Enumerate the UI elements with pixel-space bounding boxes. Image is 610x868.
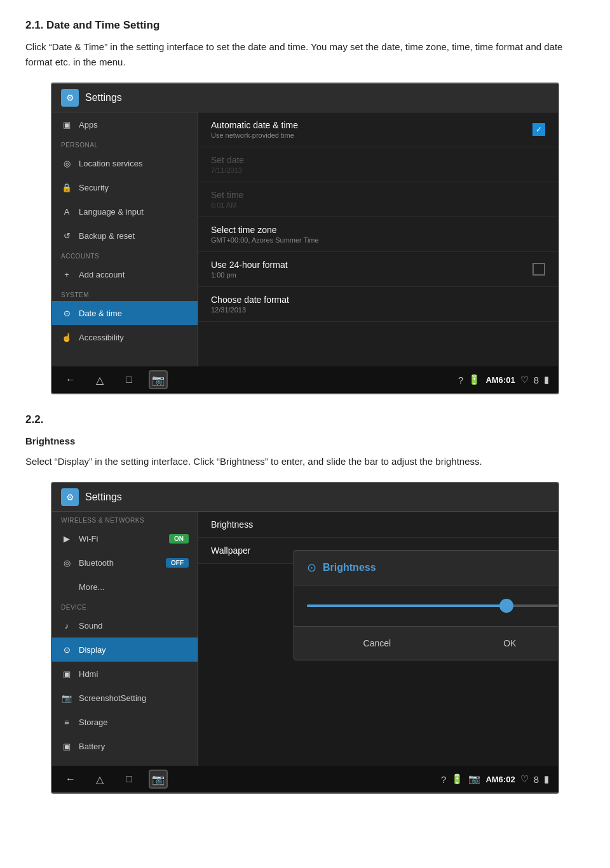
datetime-icon: ⊙ bbox=[61, 307, 72, 319]
apps-icon: ▣ bbox=[61, 119, 72, 130]
android-screen-2: ⚙ Settings WIRELESS & NETWORKS ▶ Wi-Fi O… bbox=[51, 482, 559, 794]
settings-title-2: Settings bbox=[85, 491, 122, 503]
language-icon: A bbox=[61, 206, 72, 217]
brightness-cancel-button[interactable]: Cancel bbox=[344, 634, 410, 652]
nav-bar-1: ← △ □ 📷 bbox=[61, 370, 168, 389]
section-2-2: 2.2. Brightness Select “Display” in the … bbox=[25, 413, 585, 794]
storage-icon: ≡ bbox=[61, 716, 72, 728]
display-icon: ⊙ bbox=[61, 644, 72, 655]
section-title-2: Brightness bbox=[25, 436, 75, 446]
sidebar-section-device: DEVICE bbox=[52, 599, 198, 613]
status-time-1: AM6:01 bbox=[485, 375, 515, 385]
nav-bar-2: ← △ □ 📷 bbox=[61, 770, 168, 789]
brightness-dialog-icon: ⊙ bbox=[307, 561, 316, 575]
security-icon: 🔒 bbox=[61, 182, 72, 193]
brightness-ok-button[interactable]: OK bbox=[484, 634, 535, 652]
sidebar-item-accessibility[interactable]: ☝ Accessibility bbox=[52, 325, 198, 349]
brightness-dialog-title: Brightness bbox=[323, 562, 376, 573]
brightness-dialog-buttons: Cancel OK bbox=[294, 626, 559, 660]
section-2-para: Select “Display” in the setting interfac… bbox=[25, 454, 585, 469]
camera-icon-2[interactable]: 📷 bbox=[149, 770, 168, 789]
add-account-icon: + bbox=[61, 269, 72, 280]
settings-sidebar-2: WIRELESS & NETWORKS ▶ Wi-Fi ON ◎ Bluetoo… bbox=[52, 512, 198, 766]
home-icon-2[interactable]: △ bbox=[90, 770, 109, 789]
backup-icon: ↺ bbox=[61, 230, 72, 241]
sidebar-item-add-account[interactable]: + Add account bbox=[52, 262, 198, 286]
back-icon-2[interactable]: ← bbox=[61, 770, 80, 789]
location-icon: ◎ bbox=[61, 157, 72, 169]
sidebar-item-location[interactable]: ◎ Location services bbox=[52, 151, 198, 175]
status-bar-2: ? 🔋 📷 AM6:02 ♡ 8 ▮ bbox=[441, 773, 549, 785]
settings-main-2-wrapper: Brightness Wallpaper ⊙ Brightness bbox=[198, 512, 558, 766]
settings-header-2: ⚙ Settings bbox=[52, 483, 558, 512]
sidebar-item-storage[interactable]: ≡ Storage bbox=[52, 710, 198, 734]
sidebar-item-backup[interactable]: ↺ Backup & reset bbox=[52, 224, 198, 248]
bt-badge: OFF bbox=[166, 558, 189, 568]
bottom-bar-1: ← △ □ 📷 ? 🔋 AM6:01 ♡ 8 ▮ bbox=[52, 366, 558, 393]
sidebar-item-date-time[interactable]: ⊙ Date & time bbox=[52, 301, 198, 325]
battery-icon: ▣ bbox=[61, 740, 72, 752]
section-2-1: 2.1. Date and Time Setting Click “Date &… bbox=[25, 19, 585, 394]
24hour-checkbox[interactable] bbox=[532, 263, 545, 276]
recent-icon[interactable]: □ bbox=[119, 370, 139, 389]
settings-title-1: Settings bbox=[85, 92, 122, 103]
auto-date-checkbox[interactable]: ✓ bbox=[532, 123, 545, 136]
settings-main-1: Automatic date & time Use network-provid… bbox=[198, 112, 558, 366]
settings-body-1: ▣ Apps PERSONAL ◎ Location services 🔒 Se… bbox=[52, 112, 558, 366]
settings-icon-1: ⚙ bbox=[61, 89, 79, 107]
settings-main-2: Brightness Wallpaper ⊙ Brightness bbox=[198, 512, 558, 564]
settings-icon-2: ⚙ bbox=[61, 488, 79, 506]
status-time-2: AM6:02 bbox=[485, 775, 515, 784]
bluetooth-icon: ◎ bbox=[61, 557, 72, 568]
android-screen-1: ⚙ Settings ▣ Apps PERSONAL ◎ Location se… bbox=[51, 83, 559, 394]
recent-icon-2[interactable]: □ bbox=[119, 770, 139, 789]
status-bar-1: ? 🔋 AM6:01 ♡ 8 ▮ bbox=[458, 374, 549, 385]
brightness-slider-track[interactable] bbox=[307, 604, 559, 607]
sidebar-item-security[interactable]: 🔒 Security bbox=[52, 175, 198, 199]
sidebar-item-screenshot[interactable]: 📷 ScreenshotSetting bbox=[52, 686, 198, 710]
row-24hour[interactable]: Use 24-hour format 1:00 pm bbox=[198, 252, 558, 287]
section-1-para: Click “Date & Time” in the setting inter… bbox=[25, 39, 585, 70]
sidebar-section-personal: PERSONAL bbox=[52, 137, 198, 151]
brightness-slider-container[interactable] bbox=[294, 585, 559, 626]
brightness-slider-fill bbox=[307, 604, 506, 607]
screenshot-icon: 📷 bbox=[61, 692, 72, 704]
settings-sidebar-1: ▣ Apps PERSONAL ◎ Location services 🔒 Se… bbox=[52, 112, 198, 366]
sidebar-section-accounts: ACCOUNTS bbox=[52, 248, 198, 262]
sound-icon: ♪ bbox=[61, 620, 72, 631]
sidebar-section-system: SYSTEM bbox=[52, 286, 198, 301]
settings-body-2: WIRELESS & NETWORKS ▶ Wi-Fi ON ◎ Bluetoo… bbox=[52, 512, 558, 766]
sidebar-item-hdmi[interactable]: ▣ Hdmi bbox=[52, 662, 198, 686]
sidebar-item-wifi[interactable]: ▶ Wi-Fi ON bbox=[52, 526, 198, 551]
brightness-slider-thumb[interactable] bbox=[499, 599, 513, 613]
brightness-dialog: ⊙ Brightness Cancel OK bbox=[294, 550, 559, 660]
wifi-badge: ON bbox=[169, 534, 189, 544]
sidebar-item-apps[interactable]: ▣ Apps bbox=[52, 112, 198, 137]
sidebar-item-more[interactable]: More... bbox=[52, 575, 198, 599]
section-num-2: 2.2. bbox=[25, 413, 585, 426]
row-set-time: Set time 6:01 AM bbox=[198, 182, 558, 217]
settings-header-1: ⚙ Settings bbox=[52, 84, 558, 112]
sidebar-item-bluetooth[interactable]: ◎ Bluetooth OFF bbox=[52, 551, 198, 575]
sidebar-item-display[interactable]: ⊙ Display bbox=[52, 638, 198, 662]
section-heading-1: Date and Time Setting bbox=[46, 19, 159, 31]
brightness-dialog-header: ⊙ Brightness bbox=[294, 551, 559, 585]
row-brightness[interactable]: Brightness bbox=[198, 512, 558, 538]
camera-icon[interactable]: 📷 bbox=[149, 370, 168, 389]
sidebar-item-language[interactable]: A Language & input bbox=[52, 199, 198, 224]
wifi-icon: ▶ bbox=[61, 533, 72, 544]
row-set-date: Set date 7/11/2013 bbox=[198, 147, 558, 182]
sidebar-item-battery[interactable]: ▣ Battery bbox=[52, 734, 198, 758]
row-timezone[interactable]: Select time zone GMT+00:00, Azores Summe… bbox=[198, 217, 558, 252]
row-date-format[interactable]: Choose date format 12/31/2013 bbox=[198, 287, 558, 322]
back-icon[interactable]: ← bbox=[61, 370, 80, 389]
row-auto-date[interactable]: Automatic date & time Use network-provid… bbox=[198, 112, 558, 147]
sidebar-section-wireless: WIRELESS & NETWORKS bbox=[52, 512, 198, 526]
accessibility-icon: ☝ bbox=[61, 331, 72, 343]
section-num-1: 2.1. bbox=[25, 19, 43, 31]
hdmi-icon: ▣ bbox=[61, 668, 72, 679]
bottom-bar-2: ← △ □ 📷 ? 🔋 📷 AM6:02 ♡ 8 ▮ bbox=[52, 766, 558, 792]
sidebar-item-sound[interactable]: ♪ Sound bbox=[52, 613, 198, 638]
home-icon[interactable]: △ bbox=[90, 370, 109, 389]
section-title-1: 2.1. Date and Time Setting bbox=[25, 19, 585, 32]
